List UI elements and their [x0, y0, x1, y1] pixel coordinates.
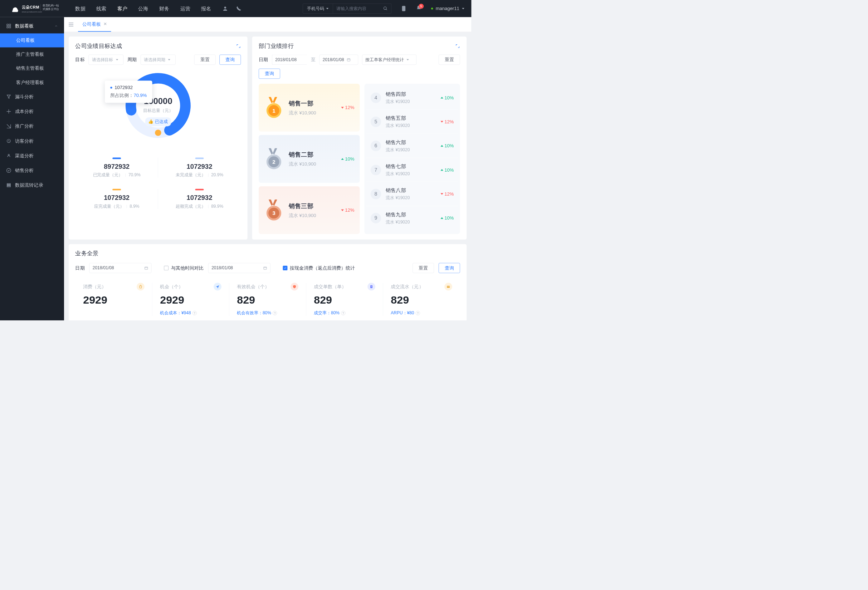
help-icon[interactable]: ?: [192, 311, 197, 315]
svg-rect-5: [9, 24, 11, 25]
rank-reset-button[interactable]: 重置: [438, 55, 460, 65]
chevron-up-icon: [55, 24, 58, 28]
sidebar-row[interactable]: 成本分析: [0, 104, 64, 119]
search-input[interactable]: [333, 6, 379, 11]
chevron-down-icon: [462, 8, 464, 9]
search-type-select[interactable]: 手机号码: [303, 4, 333, 13]
pan-query-button[interactable]: 查询: [438, 263, 460, 273]
goal-query-button[interactable]: 查询: [220, 55, 241, 65]
pan-date2[interactable]: 2018/01/08: [208, 263, 270, 273]
rank-query-button[interactable]: 查询: [259, 69, 280, 79]
collapse-sidebar-icon[interactable]: [68, 21, 74, 27]
svg-rect-22: [264, 267, 267, 269]
sidebar-row[interactable]: 漏斗分析: [0, 90, 64, 104]
sidebar-row[interactable]: 访客分析: [0, 134, 64, 149]
nav-item[interactable]: 公海: [138, 5, 148, 12]
rank-number: 5: [371, 116, 381, 127]
compare-checkbox[interactable]: [164, 266, 168, 270]
sidebar-row[interactable]: 销售分析: [0, 163, 64, 178]
rank-top-slot: 2销售二部流水 ¥10,90010%: [259, 135, 360, 183]
rank-stat-select[interactable]: 按工单客户经理统计: [362, 55, 416, 65]
svg-rect-24: [447, 286, 450, 287]
pan-date1[interactable]: 2018/01/08: [89, 263, 152, 273]
chevron-down-icon: [406, 59, 409, 60]
nav-item[interactable]: 运营: [180, 5, 190, 12]
rank-date-from[interactable]: 2018/01/08: [272, 55, 307, 65]
goal-badge: 👍已达成: [145, 117, 171, 126]
svg-rect-4: [7, 24, 8, 25]
date-label: 日期: [259, 56, 268, 63]
goal-stat: 1072932未完成量（元）20.9%: [158, 152, 241, 183]
period-select[interactable]: 请选择周期: [140, 55, 176, 65]
compare-label: 与其他时间对比: [171, 265, 204, 271]
notifications-badge: 5: [419, 4, 424, 9]
user-menu[interactable]: manager11: [431, 6, 464, 11]
metric: 成交单数（单）829成交率：80% ?: [306, 281, 383, 318]
logo-url: www.yunduocrm.com: [22, 11, 59, 13]
rank-number: 8: [371, 189, 381, 199]
sidebar-item[interactable]: 销售主管看板: [0, 62, 64, 75]
rank-row: 5销售五部流水 ¥1902012%: [366, 110, 458, 134]
nav-item[interactable]: 财务: [159, 5, 169, 12]
pan-reset-button[interactable]: 重置: [413, 263, 434, 273]
calendar-icon: [144, 266, 148, 270]
panorama-title: 业务全景: [75, 250, 460, 257]
date-to-label: 至: [311, 56, 316, 63]
sidebar-row[interactable]: 推广分析: [0, 119, 64, 133]
sidebar-icon: [6, 94, 11, 99]
logo-tagline: 教育机构一站: [43, 4, 59, 7]
goal-title: 公司业绩目标达成: [75, 42, 122, 50]
metric-foot: 机会有效率：80% ?: [237, 310, 298, 316]
metric: 有效机会（个）829机会有效率：80% ?: [229, 281, 306, 318]
help-icon[interactable]: ?: [416, 311, 420, 315]
rank-row: 6销售六部流水 ¥1902010%: [366, 134, 458, 158]
search: 手机号码: [303, 4, 391, 13]
sidebar-icon: [6, 109, 11, 114]
nav-item[interactable]: 线索: [96, 5, 106, 12]
rank-row: 4销售四部流水 ¥1902010%: [366, 85, 458, 109]
search-button[interactable]: [379, 4, 391, 13]
goal-card: 公司业绩目标达成 目标 请选择目标 周期 请选择周期 重置 查询: [69, 37, 248, 239]
sidebar-item[interactable]: 客户经理看板: [0, 75, 64, 90]
chevron-down-icon: [168, 59, 171, 60]
notifications-button[interactable]: 5: [416, 5, 421, 12]
logo-tagline2: 式服务云平台: [43, 7, 59, 11]
close-icon[interactable]: ✕: [103, 21, 107, 26]
goal-stat: 1072932应完成量（元）8.9%: [75, 184, 158, 215]
mobile-icon[interactable]: [401, 6, 406, 12]
svg-rect-21: [145, 267, 148, 269]
help-icon[interactable]: ?: [341, 311, 345, 315]
svg-point-1: [384, 7, 387, 10]
sidebar-item[interactable]: 推广主管看板: [0, 47, 64, 61]
target-select[interactable]: 请选择目标: [89, 55, 124, 65]
sidebar: 数据看板 公司看板推广主管看板销售主管看板客户经理看板 漏斗分析成本分析推广分析…: [0, 17, 64, 321]
sidebar-row[interactable]: 数据流转记录: [0, 178, 64, 193]
help-icon[interactable]: ?: [273, 311, 277, 315]
rank-date-to[interactable]: 2018/01/08: [319, 55, 359, 65]
tab-company-dashboard[interactable]: 公司看板 ✕: [78, 17, 111, 32]
goal-reset-button[interactable]: 重置: [194, 55, 216, 65]
status-dot: [431, 7, 433, 9]
logo[interactable]: 云朵CRM 教育机构一站 式服务云平台 www.yunduocrm.com: [9, 4, 59, 13]
svg-rect-11: [347, 59, 350, 61]
user-icon[interactable]: [222, 6, 228, 12]
svg-text:3: 3: [272, 210, 275, 216]
nav-item[interactable]: 数据: [75, 5, 85, 12]
cash-checkbox[interactable]: [283, 266, 288, 270]
metric-foot: 机会成本：¥948 ?: [160, 310, 221, 316]
goal-stat: 8972932已完成量（元）70.9%: [75, 152, 158, 183]
nav-item[interactable]: 报名: [201, 5, 211, 12]
cloud-icon: [9, 5, 20, 12]
sidebar-row[interactable]: 渠道分析: [0, 149, 64, 163]
sidebar-icon: [6, 138, 11, 143]
sidebar-group-dashboard[interactable]: 数据看板: [0, 19, 64, 33]
expand-icon[interactable]: [236, 44, 241, 48]
rank-row: 7销售七部流水 ¥1902010%: [366, 158, 458, 182]
pan-date-label: 日期: [75, 265, 85, 271]
tabbar: 公司看板 ✕: [64, 17, 471, 32]
sidebar-item[interactable]: 公司看板: [0, 33, 64, 47]
phone-icon[interactable]: [236, 6, 242, 12]
expand-icon[interactable]: [455, 44, 460, 48]
nav: 数据线索客户公海财务运营报名: [75, 5, 211, 12]
nav-item[interactable]: 客户: [117, 5, 127, 12]
